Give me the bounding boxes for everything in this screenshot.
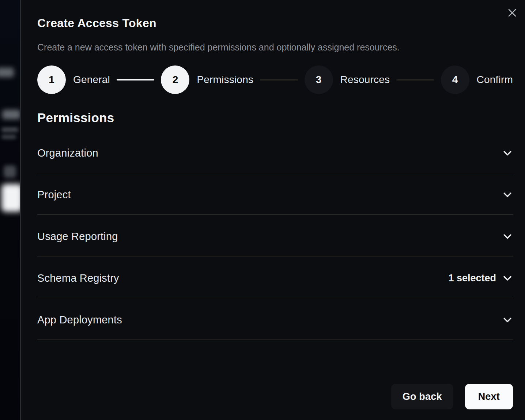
section-toggle-schema-registry[interactable]: Schema Registry 1 selected	[37, 271, 513, 285]
section-label: App Deployments	[37, 314, 122, 326]
section-toggle-organization[interactable]: Organization	[37, 146, 513, 160]
go-back-button[interactable]: Go back	[391, 384, 453, 409]
permissions-heading: Permissions	[37, 110, 513, 125]
step-connector	[396, 79, 434, 80]
step-label: Permissions	[197, 74, 253, 86]
step-number-badge: 4	[441, 65, 469, 94]
step-number-badge: 1	[37, 65, 66, 94]
step-connector	[260, 79, 298, 80]
stepper: 1 General 2 Permissions 3 Resources 4 Co…	[37, 65, 513, 94]
section-label: Usage Reporting	[37, 230, 118, 243]
permission-section-project: Project	[37, 173, 513, 215]
permission-sections: Organization Project	[37, 131, 513, 340]
modal-subtitle: Create a new access token with specified…	[37, 42, 513, 53]
permission-section-schema-registry: Schema Registry 1 selected	[37, 256, 513, 298]
blurred-background-text	[2, 110, 20, 119]
section-toggle-project[interactable]: Project	[37, 188, 513, 201]
permission-section-app-deployments: App Deployments	[37, 298, 513, 340]
blurred-background-text	[1, 135, 16, 139]
step-label: Resources	[340, 74, 390, 86]
blurred-background-card	[1, 184, 21, 212]
step-number-badge: 3	[305, 65, 333, 94]
next-button[interactable]: Next	[465, 384, 513, 409]
chevron-down-icon	[502, 147, 513, 158]
chevron-down-icon	[502, 273, 513, 284]
step-confirm[interactable]: 4 Confirm	[441, 65, 513, 94]
modal-footer: Go back Next	[391, 384, 513, 409]
create-access-token-modal: Create Access Token Create a new access …	[21, 0, 525, 420]
background-page-strip	[0, 0, 21, 420]
permission-section-usage-reporting: Usage Reporting	[37, 215, 513, 256]
blurred-background-icon	[4, 165, 16, 178]
step-label: Confirm	[477, 74, 513, 86]
permission-section-organization: Organization	[37, 131, 513, 173]
modal-title: Create Access Token	[37, 16, 513, 30]
blurred-background-text	[1, 127, 18, 132]
step-connector	[117, 79, 154, 80]
close-button[interactable]	[506, 7, 518, 19]
section-toggle-app-deployments[interactable]: App Deployments	[37, 313, 513, 326]
close-icon	[507, 8, 517, 18]
step-permissions[interactable]: 2 Permissions	[161, 65, 253, 94]
chevron-down-icon	[502, 189, 513, 200]
selected-count: 1 selected	[448, 273, 496, 284]
blurred-background-text	[0, 68, 14, 77]
step-number-badge: 2	[161, 65, 189, 94]
section-label: Schema Registry	[37, 272, 119, 284]
chevron-down-icon	[502, 314, 513, 325]
section-label: Organization	[37, 147, 98, 159]
section-toggle-usage-reporting[interactable]: Usage Reporting	[37, 230, 513, 243]
chevron-down-icon	[502, 231, 513, 242]
step-label: General	[73, 74, 110, 86]
step-general[interactable]: 1 General	[37, 65, 110, 94]
section-label: Project	[37, 189, 71, 201]
step-resources[interactable]: 3 Resources	[305, 65, 390, 94]
